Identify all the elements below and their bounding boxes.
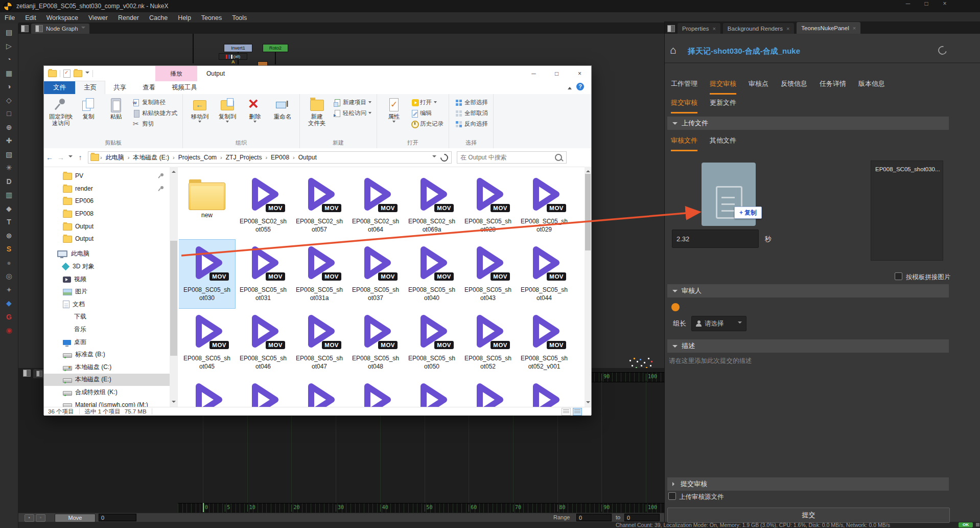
toolbar-merge-icon[interactable]: ⊕ xyxy=(2,121,16,134)
template-stitch-checkbox[interactable] xyxy=(895,272,902,280)
close-icon[interactable]: × xyxy=(712,26,715,32)
toolbar-metadata-icon[interactable]: ◆ xyxy=(2,202,16,216)
tab-反馈信息[interactable]: 反馈信息 xyxy=(781,79,807,95)
menu-teones[interactable]: Teones xyxy=(196,12,227,24)
toolbar-spark-icon[interactable]: ✦ xyxy=(2,283,16,297)
close-icon[interactable]: × xyxy=(853,25,856,31)
minimize-icon[interactable]: ─ xyxy=(902,0,914,7)
ribbon-selall-button[interactable]: 全部选择 xyxy=(455,98,488,107)
ribbon-pin-button[interactable]: 固定到快 速访问 xyxy=(47,96,75,138)
scrollbar-thumb[interactable] xyxy=(170,241,177,356)
ribbon-cut-button[interactable]: 剪切 xyxy=(133,120,177,128)
toolbar-gizmo-icon[interactable]: ◎ xyxy=(2,269,16,283)
properties-check-icon[interactable] xyxy=(63,70,71,78)
file-item[interactable]: MOV xyxy=(516,377,572,407)
node-roto[interactable]: Roto2 xyxy=(263,44,288,52)
ribbon-tab-视频工具[interactable]: 视频工具 xyxy=(164,81,205,94)
file-item[interactable]: MOVEP008_SC05_shot031a xyxy=(291,240,347,308)
description-section-header[interactable]: 描述 xyxy=(667,339,949,353)
toolbar-views-icon[interactable]: ▥ xyxy=(2,188,16,202)
sidebar-item[interactable]: 桌面 xyxy=(44,336,170,349)
file-item[interactable]: MOV xyxy=(404,377,460,407)
duration-input[interactable] xyxy=(672,229,759,248)
sidebar-item[interactable]: EP008 xyxy=(44,208,170,220)
ribbon-copy-button[interactable]: 复制 xyxy=(75,96,102,138)
ribbon-tab-查看[interactable]: 查看 xyxy=(134,81,164,94)
file-item[interactable]: MOV xyxy=(347,377,404,407)
tab-node-graph[interactable]: Node Graph xyxy=(31,24,89,34)
submit-button[interactable]: 提交 xyxy=(667,508,950,523)
file-item[interactable]: new xyxy=(179,171,235,240)
pane-split-icon[interactable] xyxy=(667,25,675,32)
sidebar-item[interactable]: 音乐 xyxy=(44,323,170,336)
ribbon-open-button[interactable]: 打开 xyxy=(411,98,444,107)
sidebar-item[interactable]: EP006 xyxy=(44,195,170,208)
playhead[interactable] xyxy=(203,503,204,512)
scroll-down-icon[interactable] xyxy=(586,401,590,405)
tab-background-renders[interactable]: Background Renders× xyxy=(723,23,794,34)
sidebar-item[interactable]: Material (\\smwh.com) (M:) xyxy=(44,399,170,407)
node-cluster-minimap[interactable] xyxy=(608,326,664,368)
file-item[interactable]: MOV xyxy=(460,377,516,407)
breadcrumb-item[interactable]: 本地磁盘 (E:) xyxy=(130,153,172,162)
maximize-button[interactable]: □ xyxy=(545,66,568,81)
folder-icon[interactable] xyxy=(48,70,57,77)
range-from-input[interactable] xyxy=(576,514,612,521)
frame-lock-button[interactable]: ▪ xyxy=(25,514,34,522)
ribbon-paste-button[interactable]: 粘贴 xyxy=(102,96,130,138)
tab-任务详情[interactable]: 任务详情 xyxy=(820,79,846,95)
close-button[interactable]: × xyxy=(568,66,591,81)
pane-split-icon[interactable] xyxy=(21,25,29,32)
breadcrumb-item[interactable]: Projects_Com xyxy=(176,154,219,161)
forward-button[interactable]: → xyxy=(55,153,66,162)
ribbon-delete-button[interactable]: 删除 xyxy=(241,96,269,138)
maximize-icon[interactable]: □ xyxy=(921,0,932,7)
sidebar-item[interactable]: 图片 xyxy=(44,285,170,298)
toolbar-time-icon[interactable]: ◔ xyxy=(2,53,16,66)
file-item[interactable]: MOV xyxy=(179,377,235,407)
thumbnail-view-button[interactable] xyxy=(573,408,582,416)
toolbar-transform-icon[interactable]: ✚ xyxy=(2,134,16,148)
toolbar-color-icon[interactable]: ◑ xyxy=(2,80,16,94)
ribbon-tab-主页[interactable]: 主页 xyxy=(75,81,105,94)
upload-section-header[interactable]: 上传文件 xyxy=(667,117,949,130)
toolbar-other-icon[interactable]: ⊗ xyxy=(2,229,16,243)
toolbar-toolsets-icon[interactable]: T xyxy=(2,215,16,229)
breadcrumb-item[interactable]: EP008 xyxy=(268,154,292,161)
upload-source-checkbox[interactable] xyxy=(668,492,676,500)
toolbar-deep-icon[interactable]: D xyxy=(2,175,16,189)
ribbon-collapse-icon[interactable] xyxy=(568,85,572,89)
tab-properties[interactable]: Properties× xyxy=(678,23,720,34)
file-item[interactable]: MOVEP008_SC05_shot030 xyxy=(179,240,235,308)
ribbon-tab-文件[interactable]: 文件 xyxy=(44,81,75,94)
range-to-input[interactable] xyxy=(624,514,660,521)
history-dropdown-icon[interactable] xyxy=(68,155,73,159)
toolbar-channel-icon[interactable]: ▦ xyxy=(2,66,16,80)
ribbon-props-button[interactable]: 属性 xyxy=(380,96,408,138)
new-folder-icon[interactable] xyxy=(74,70,82,77)
tab-其他文件[interactable]: 其他文件 xyxy=(710,136,736,151)
minimize-button[interactable]: ─ xyxy=(522,66,545,81)
close-icon[interactable]: × xyxy=(939,0,950,7)
tab-teonesnukepanel[interactable]: TeonesNukePanel× xyxy=(797,22,860,34)
ribbon-rename-button[interactable]: 重命名 xyxy=(269,96,296,138)
toolbar-blue-tool-icon[interactable]: ◆ xyxy=(2,296,16,310)
sidebar-item[interactable]: 视频 xyxy=(44,273,170,286)
sidebar-item[interactable]: PV xyxy=(44,170,170,182)
file-item[interactable]: MOVEP008_SC02_shot055 xyxy=(235,171,291,240)
tab-提交审核[interactable]: 提交审核 xyxy=(671,98,697,113)
menu-cache[interactable]: Cache xyxy=(144,12,173,24)
file-item[interactable]: MOVEP008_SC05_shot052 xyxy=(460,308,516,377)
menu-render[interactable]: Render xyxy=(113,12,144,24)
details-view-button[interactable] xyxy=(562,408,571,416)
file-item[interactable]: MOVEP008_SC05_shot029 xyxy=(516,171,572,240)
file-item[interactable]: MOVEP008_SC05_shot045 xyxy=(179,308,235,377)
address-dropdown-icon[interactable] xyxy=(432,155,436,159)
scroll-up-icon[interactable] xyxy=(172,169,176,173)
sidebar-item[interactable]: 本地磁盘 (E:) xyxy=(44,374,170,386)
tab-提交审核[interactable]: 提交审核 xyxy=(710,79,736,95)
menu-tools[interactable]: Tools xyxy=(227,12,252,24)
help-icon[interactable]: ? xyxy=(576,83,584,90)
scroll-up-icon[interactable] xyxy=(586,168,590,172)
refresh-icon[interactable] xyxy=(439,152,450,163)
